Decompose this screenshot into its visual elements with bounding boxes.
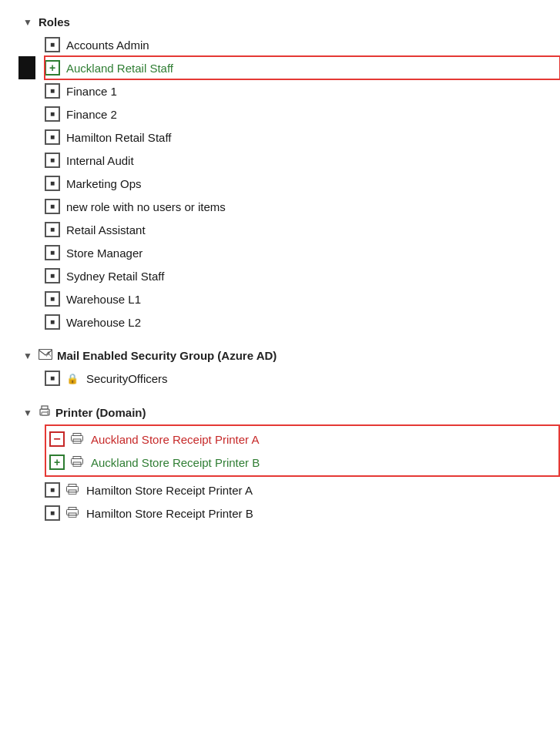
item-label: Auckland Store Receipt Printer A xyxy=(91,433,259,446)
roles-section: ▼ Roles Accounts Admin Auckland Retail S… xyxy=(23,14,560,334)
svg-rect-13 xyxy=(73,465,81,467)
item-label: Store Manager xyxy=(66,247,143,260)
checkbox-partial-icon[interactable] xyxy=(45,199,60,214)
item-label: Finance 2 xyxy=(66,108,117,121)
list-item[interactable]: Accounts Admin xyxy=(45,33,560,56)
printer-item-icon xyxy=(66,484,79,497)
mail-security-collapse-arrow: ▼ xyxy=(23,351,34,361)
checkbox-partial-icon[interactable] xyxy=(45,482,60,498)
svg-rect-21 xyxy=(69,515,76,518)
list-item[interactable]: Warehouse L1 xyxy=(45,287,560,310)
roles-collapse-arrow: ▼ xyxy=(23,17,34,28)
list-item[interactable]: Store Manager xyxy=(45,241,560,264)
item-label: Warehouse L1 xyxy=(66,293,141,306)
roles-section-label: Roles xyxy=(39,15,70,29)
list-item[interactable]: Hamilton Retail Staff xyxy=(45,126,560,149)
list-item[interactable]: Warehouse L2 xyxy=(45,310,560,334)
printer-domain-section: ▼ Printer (Domain) xyxy=(23,404,560,525)
printer-collapse-arrow: ▼ xyxy=(23,408,34,418)
checkbox-remove-icon[interactable] xyxy=(49,431,65,447)
item-label: Internal Audit xyxy=(66,154,134,167)
checkbox-partial-icon[interactable] xyxy=(45,153,60,168)
svg-rect-20 xyxy=(69,513,76,515)
list-item[interactable]: Auckland Store Receipt Printer B xyxy=(49,451,555,474)
checkbox-add-icon[interactable] xyxy=(45,60,60,75)
printer-domain-section-header[interactable]: ▼ Printer (Domain) xyxy=(23,404,560,421)
svg-rect-0 xyxy=(39,350,52,360)
list-item[interactable]: Internal Audit xyxy=(45,149,560,172)
item-label: Marketing Ops xyxy=(66,177,142,190)
svg-rect-12 xyxy=(73,462,81,465)
list-item[interactable]: 🔒 SecurityOfficers xyxy=(45,367,560,390)
svg-point-1 xyxy=(48,352,50,354)
item-label: Accounts Admin xyxy=(66,39,149,52)
printer-item-icon xyxy=(71,456,83,469)
item-label: Auckland Retail Staff xyxy=(66,62,173,75)
checkbox-partial-icon[interactable] xyxy=(45,245,60,260)
item-label: Hamilton Store Receipt Printer A xyxy=(86,484,253,497)
printer-domain-items: Auckland Store Receipt Printer A Aucklan… xyxy=(45,424,560,525)
checkbox-partial-icon[interactable] xyxy=(45,314,60,330)
checkbox-add-icon[interactable] xyxy=(49,455,65,470)
checkbox-partial-icon[interactable] xyxy=(45,268,60,283)
list-item[interactable]: Retail Assistant xyxy=(45,218,560,241)
svg-rect-8 xyxy=(73,439,81,441)
item-label: new role with no users or items xyxy=(66,200,226,213)
svg-rect-4 xyxy=(42,412,48,415)
checkbox-partial-icon[interactable] xyxy=(45,291,60,307)
checkbox-partial-icon[interactable] xyxy=(45,371,60,386)
item-label: Warehouse L2 xyxy=(66,316,141,329)
svg-rect-7 xyxy=(73,433,81,435)
tree-container: ▼ Roles Accounts Admin Auckland Retail S… xyxy=(0,0,560,552)
mail-security-items: 🔒 SecurityOfficers xyxy=(45,367,560,390)
checkbox-partial-icon[interactable] xyxy=(45,37,60,52)
item-label: Auckland Store Receipt Printer B xyxy=(91,456,260,469)
svg-rect-16 xyxy=(69,490,76,492)
item-label: Finance 1 xyxy=(66,85,117,98)
svg-rect-17 xyxy=(69,492,76,495)
printer-item-icon xyxy=(66,507,79,520)
lock-icon: 🔒 xyxy=(66,373,79,384)
item-label: Hamilton Retail Staff xyxy=(66,131,171,144)
svg-rect-3 xyxy=(42,406,48,409)
item-label: Sydney Retail Staff xyxy=(66,270,164,283)
printer-section-icon xyxy=(39,405,51,420)
printer-highlight-group: Auckland Store Receipt Printer A Aucklan… xyxy=(45,424,560,477)
printer-item-icon xyxy=(71,433,83,446)
checkbox-partial-icon[interactable] xyxy=(45,505,60,521)
svg-point-5 xyxy=(47,411,49,412)
item-label: Retail Assistant xyxy=(66,223,146,236)
list-item[interactable]: Marketing Ops xyxy=(45,172,560,195)
printer-domain-section-label: Printer (Domain) xyxy=(55,406,146,419)
checkbox-partial-icon[interactable] xyxy=(45,129,60,145)
list-item[interactable]: Hamilton Store Receipt Printer A xyxy=(45,478,560,502)
item-label: Hamilton Store Receipt Printer B xyxy=(86,507,253,520)
list-item[interactable]: Auckland Store Receipt Printer A xyxy=(49,428,555,451)
checkbox-partial-icon[interactable] xyxy=(45,176,60,191)
list-item[interactable]: Auckland Retail Staff xyxy=(45,56,560,79)
mail-group-icon xyxy=(39,349,52,362)
item-label: SecurityOfficers xyxy=(86,372,168,385)
list-item[interactable]: Sydney Retail Staff xyxy=(45,264,560,287)
list-item[interactable]: Hamilton Store Receipt Printer B xyxy=(45,502,560,525)
list-item[interactable]: new role with no users or items xyxy=(45,195,560,218)
checkbox-partial-icon[interactable] xyxy=(45,106,60,122)
svg-rect-19 xyxy=(69,507,76,509)
roles-section-header[interactable]: ▼ Roles xyxy=(23,14,560,30)
svg-rect-15 xyxy=(69,484,76,486)
svg-rect-11 xyxy=(73,456,81,458)
left-bar-indicator xyxy=(18,56,35,79)
mail-security-section-header[interactable]: ▼ Mail Enabled Security Group (Azure AD) xyxy=(23,347,560,364)
mail-security-section: ▼ Mail Enabled Security Group (Azure AD)… xyxy=(23,347,560,390)
roles-items: Accounts Admin Auckland Retail Staff Fin… xyxy=(45,33,560,334)
auckland-retail-staff-row-wrap: Auckland Retail Staff xyxy=(45,56,560,79)
list-item[interactable]: Finance 1 xyxy=(45,79,560,102)
checkbox-partial-icon[interactable] xyxy=(45,222,60,237)
svg-rect-9 xyxy=(73,441,81,444)
checkbox-partial-icon[interactable] xyxy=(45,83,60,99)
mail-security-section-label: Mail Enabled Security Group (Azure AD) xyxy=(57,349,277,362)
list-item[interactable]: Finance 2 xyxy=(45,102,560,126)
